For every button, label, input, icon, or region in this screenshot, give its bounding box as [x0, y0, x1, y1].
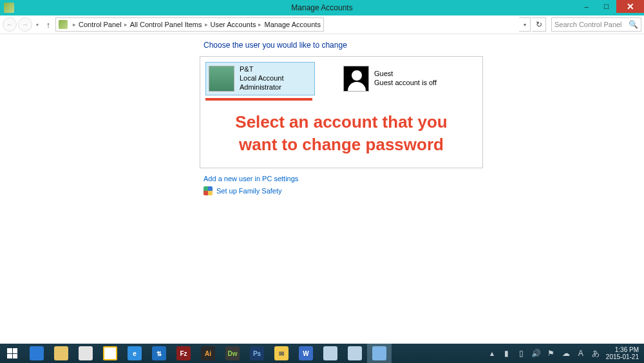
breadcrumb-item[interactable]: Control Panel — [79, 21, 122, 28]
account-tile-guest[interactable]: Guest Guest account is off — [341, 62, 450, 95]
breadcrumb-item[interactable]: User Accounts — [211, 21, 256, 28]
window-title: Manage Accounts — [0, 3, 644, 12]
content-area: Choose the user you would like to change… — [0, 34, 644, 344]
clock[interactable]: 1:36 PM 2015-01-21 — [606, 346, 639, 361]
search-input[interactable]: Search Control Panel 🔍 — [551, 17, 641, 32]
taskbar-app-icon[interactable] — [343, 344, 367, 363]
close-button[interactable]: ✕ — [616, 0, 644, 13]
avatar — [343, 66, 369, 92]
back-button[interactable]: ← — [3, 17, 17, 32]
add-user-link[interactable]: Add a new user in PC settings — [204, 175, 298, 182]
taskbar-app-icon[interactable] — [24, 344, 49, 363]
forward-button[interactable]: → — [18, 17, 32, 32]
taskbar: e⇅FzAiDwPs✉W ▴ ▮ ▯ 🔊 ⚑ ☁ A あ 1:36 PM 201… — [0, 344, 644, 363]
links-area: Add a new user in PC settings Set up Fam… — [200, 168, 483, 195]
taskbar-app-icon[interactable]: W — [294, 344, 318, 363]
chevron-right-icon: ▸ — [256, 21, 264, 28]
windows-icon — [7, 348, 17, 358]
window-controls: – ☐ ✕ — [576, 0, 644, 13]
refresh-button[interactable]: ↻ — [532, 17, 546, 32]
ime-a-icon[interactable]: A — [576, 349, 585, 358]
account-text: Guest Guest account is off — [374, 70, 437, 88]
system-tray[interactable]: ▴ ▮ ▯ 🔊 ⚑ ☁ A あ 1:36 PM 2015-01-21 — [488, 346, 644, 361]
address-dropdown[interactable]: ▾ — [519, 17, 531, 32]
taskbar-app-icon[interactable]: Ai — [196, 344, 220, 363]
chevron-right-icon: ▸ — [70, 21, 79, 28]
breadcrumb[interactable]: ▸ Control Panel ▸ All Control Panel Item… — [55, 17, 324, 32]
taskbar-app-icon[interactable]: Dw — [220, 344, 245, 363]
page-title: Choose the user you would like to change — [200, 41, 483, 50]
taskbar-app-icon[interactable] — [73, 344, 98, 363]
taskbar-app-icon[interactable] — [318, 344, 343, 363]
taskbar-app-icon[interactable]: e — [122, 344, 147, 363]
maximize-button[interactable]: ☐ — [596, 0, 616, 13]
annotation-text: Select an account that you want to chang… — [200, 99, 482, 156]
start-button[interactable] — [0, 344, 24, 363]
navbar: ← → ▾ ↑ ▸ Control Panel ▸ All Control Pa… — [0, 15, 644, 34]
taskbar-app-icon[interactable]: Fz — [171, 344, 196, 363]
history-dropdown[interactable]: ▾ — [33, 22, 41, 28]
family-safety-link[interactable]: Set up Family Safety — [216, 187, 282, 195]
avatar — [209, 66, 234, 92]
titlebar: Manage Accounts – ☐ ✕ — [0, 0, 644, 15]
taskbar-app-icon[interactable] — [98, 344, 122, 363]
search-icon: 🔍 — [629, 20, 638, 29]
taskbar-app-icon[interactable] — [367, 344, 392, 363]
chevron-right-icon: ▸ — [122, 21, 130, 28]
account-tile-pt[interactable]: P&T Local Account Administrator — [205, 62, 315, 95]
flag-icon[interactable]: ⚑ — [547, 349, 556, 358]
volume-icon[interactable]: 🔊 — [532, 349, 541, 358]
ime-kana-icon[interactable]: あ — [591, 349, 600, 358]
breadcrumb-item[interactable]: All Control Panel Items — [130, 21, 202, 28]
taskbar-app-icon[interactable]: ⇅ — [147, 344, 171, 363]
account-text: P&T Local Account Administrator — [240, 65, 284, 92]
shield-icon — [204, 186, 213, 195]
breadcrumb-item[interactable]: Manage Accounts — [264, 21, 320, 28]
minimize-button[interactable]: – — [576, 0, 596, 13]
onedrive-icon[interactable]: ☁ — [562, 349, 571, 358]
breadcrumb-icon — [59, 20, 68, 29]
search-placeholder: Search Control Panel — [554, 21, 622, 28]
accounts-container: P&T Local Account Administrator Guest Gu… — [200, 56, 483, 168]
taskbar-app-icon[interactable]: Ps — [245, 344, 269, 363]
taskbar-app-icon[interactable]: ✉ — [269, 344, 294, 363]
network-icon[interactable]: ▯ — [517, 349, 526, 358]
tray-up-icon[interactable]: ▴ — [488, 349, 497, 358]
taskbar-app-icon[interactable] — [49, 344, 73, 363]
chevron-right-icon: ▸ — [202, 21, 211, 28]
battery-icon[interactable]: ▮ — [502, 349, 511, 358]
up-button[interactable]: ↑ — [43, 19, 54, 30]
